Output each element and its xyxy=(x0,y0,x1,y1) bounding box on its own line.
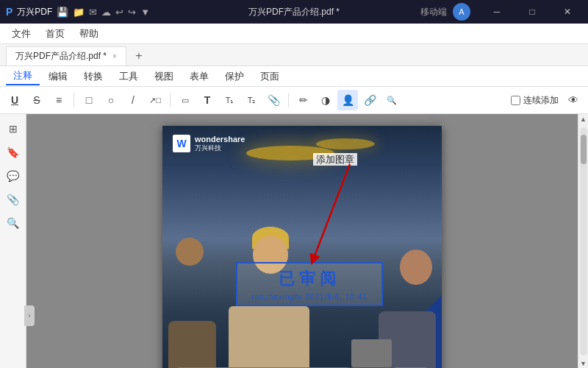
panel-expand-arrow[interactable]: › xyxy=(24,305,35,326)
stamp-tool[interactable]: 👤 xyxy=(337,90,358,110)
page-image xyxy=(162,126,442,368)
panel-btn-comment[interactable]: 💬 xyxy=(4,167,22,185)
wondershare-icon: W xyxy=(173,135,190,152)
maximize-button[interactable]: □ xyxy=(517,0,547,24)
new-tab-button[interactable]: + xyxy=(129,46,148,66)
tab-protect[interactable]: 保护 xyxy=(218,68,251,85)
divider-3 xyxy=(288,93,289,107)
menu-help[interactable]: 帮助 xyxy=(74,26,104,42)
ellipse-tool[interactable]: ○ xyxy=(101,90,121,110)
stamp-sub-text: raozhexingfu 2021/6/8, 10:41 xyxy=(251,293,368,301)
app-name: 万兴PDF xyxy=(17,6,52,18)
icon-cloud[interactable]: ☁ xyxy=(101,7,111,18)
attachment-tool[interactable]: 📎 xyxy=(263,90,284,110)
stamp-main-text: 已审阅 xyxy=(279,268,340,290)
mobile-label[interactable]: 移动端 xyxy=(420,6,447,18)
callout-tool[interactable]: T₂ xyxy=(241,90,262,110)
pencil-tool[interactable]: ✏ xyxy=(293,90,314,110)
arrow-tool[interactable]: ↗□ xyxy=(145,90,165,110)
light-fixture-2 xyxy=(316,138,375,149)
consecutive-add-checkbox[interactable] xyxy=(511,96,520,105)
icon-redo[interactable]: ↪ xyxy=(128,7,136,18)
panel-btn-bookmark[interactable]: 🔖 xyxy=(4,144,22,161)
close-button[interactable]: ✕ xyxy=(553,0,582,24)
measure-tool[interactable]: 🔍 xyxy=(381,90,402,110)
main-area: ⊞ 🔖 💬 📎 🔍 › 添加图章 xyxy=(0,114,588,368)
consecutive-add-label: 连续添加 xyxy=(523,94,559,107)
icon-undo[interactable]: ↩ xyxy=(115,7,123,18)
sticky-note-tool[interactable]: ▭ xyxy=(175,90,196,110)
icon-save[interactable]: 💾 xyxy=(57,7,68,18)
minimize-button[interactable]: ─ xyxy=(482,0,512,24)
light-fixture-1 xyxy=(246,146,334,160)
logo-area: W wondershare 万兴科技 xyxy=(173,135,245,152)
file-name: 万兴PDF产品介绍.pdf * xyxy=(248,6,340,18)
strikethrough-tool[interactable]: S xyxy=(26,90,47,110)
brand-sub: 万兴科技 xyxy=(195,144,245,152)
tab-page[interactable]: 页面 xyxy=(253,68,287,85)
scroll-up-button[interactable]: ▲ xyxy=(578,114,589,124)
pdf-page: W wondershare 万兴科技 已审阅 raozhexingfu 2021… xyxy=(162,126,442,368)
preview-button[interactable]: 👁 xyxy=(563,90,584,110)
line-tool[interactable]: / xyxy=(123,90,143,110)
tab-bar: 万兴PDF产品介绍.pdf * × + xyxy=(0,44,588,66)
toolbar-area: 注释 编辑 转换 工具 视图 表单 保护 页面 U S ≡ □ ○ / ↗□ ▭… xyxy=(0,66,588,114)
icon-dropdown[interactable]: ▼ xyxy=(140,7,150,18)
highlight-tool[interactable]: ≡ xyxy=(49,90,69,110)
text-box-tool[interactable]: T₁ xyxy=(219,90,240,110)
menu-file[interactable]: 文件 xyxy=(6,26,37,42)
icon-open[interactable]: 📁 xyxy=(73,7,85,18)
person-left-body xyxy=(168,321,216,368)
photo-background xyxy=(162,126,442,368)
underline-tool[interactable]: U xyxy=(4,90,25,110)
title-bar-left: P 万兴PDF 💾 📁 ✉ ☁ ↩ ↪ ▼ xyxy=(6,6,150,18)
scrollbar-track xyxy=(580,127,587,355)
right-scrollbar-panel: ▲ ▼ xyxy=(578,114,588,368)
tab-annotation[interactable]: 注释 xyxy=(6,68,40,85)
tab-edit[interactable]: 编辑 xyxy=(41,68,75,85)
person-right-head xyxy=(400,250,432,285)
menu-bar: 文件 首页 帮助 xyxy=(0,24,588,44)
document-tab[interactable]: 万兴PDF产品介绍.pdf * × xyxy=(6,46,126,66)
divider-1 xyxy=(74,93,74,107)
text-tool[interactable]: T xyxy=(197,90,218,110)
tab-form[interactable]: 表单 xyxy=(182,68,216,85)
left-panel: ⊞ 🔖 💬 📎 🔍 xyxy=(0,114,26,368)
title-bar-icons: 💾 📁 ✉ ☁ ↩ ↪ ▼ xyxy=(57,7,150,18)
icon-email[interactable]: ✉ xyxy=(89,7,97,18)
user-avatar[interactable]: A xyxy=(453,3,470,21)
scrollbar-thumb[interactable] xyxy=(581,135,587,164)
right-actions: 移动端 A xyxy=(420,3,470,21)
panel-btn-search[interactable]: 🔍 xyxy=(4,214,22,232)
tab-tools[interactable]: 工具 xyxy=(112,68,146,85)
title-bar: P 万兴PDF 💾 📁 ✉ ☁ ↩ ↪ ▼ 万兴PDF产品介绍.pdf * 移动… xyxy=(0,0,588,24)
panel-btn-attachment[interactable]: 📎 xyxy=(4,191,22,208)
toolbar-tabs: 注释 编辑 转换 工具 视图 表单 保护 页面 xyxy=(0,66,588,87)
signature-tool[interactable]: 🔗 xyxy=(359,90,380,110)
consecutive-add-option: 连续添加 xyxy=(511,94,559,107)
brand-name: wondershare xyxy=(195,135,245,144)
tab-label: 万兴PDF产品介绍.pdf * xyxy=(15,50,107,63)
laptop xyxy=(351,339,392,367)
divider-2 xyxy=(170,93,171,107)
app-logo: P xyxy=(6,6,12,18)
tab-close-button[interactable]: × xyxy=(112,52,117,60)
toolbar: U S ≡ □ ○ / ↗□ ▭ T T₁ T₂ 📎 ✏ ◑ 👤 🔗 🔍 连续添… xyxy=(0,87,588,113)
title-bar-right-area: 移动端 A ─ □ ✕ xyxy=(420,0,582,24)
rectangle-tool[interactable]: □ xyxy=(79,90,99,110)
panel-btn-page[interactable]: ⊞ xyxy=(4,120,22,138)
person-left-head xyxy=(176,238,204,266)
tab-convert[interactable]: 转换 xyxy=(76,68,110,85)
stamp-box[interactable]: 已审阅 raozhexingfu 2021/6/8, 10:41 xyxy=(236,262,383,306)
person-left xyxy=(168,238,230,368)
menu-home[interactable]: 首页 xyxy=(40,26,71,42)
eraser-tool[interactable]: ◑ xyxy=(315,90,336,110)
tab-view[interactable]: 视图 xyxy=(147,68,181,85)
document-area[interactable]: 添加图章 xyxy=(26,114,578,368)
right-tools: 连续添加 👁 xyxy=(511,90,584,110)
logo-text: wondershare 万兴科技 xyxy=(195,135,245,152)
person-center-body xyxy=(229,306,309,368)
scroll-down-button[interactable]: ▼ xyxy=(578,358,589,368)
